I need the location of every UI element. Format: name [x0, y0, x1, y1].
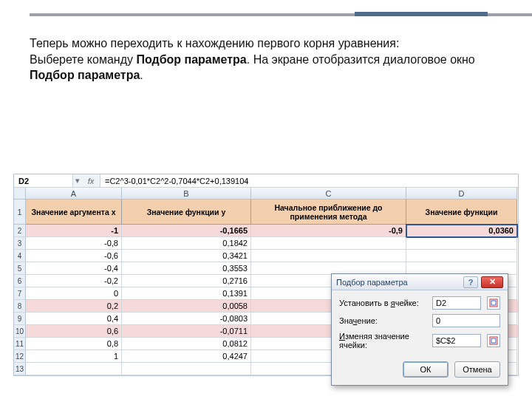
svg-rect-1	[491, 301, 496, 305]
cell-A[interactable]: 0,8	[26, 338, 122, 350]
set-cell-picker[interactable]	[487, 296, 500, 310]
cell-B[interactable]	[122, 363, 251, 375]
row-num[interactable]: 6	[14, 275, 26, 287]
cell-B[interactable]: 0,1842	[122, 237, 251, 250]
slide-rule	[30, 13, 532, 22]
table-row: 3-0,80,1842	[14, 237, 518, 250]
text-bold-1: Подбор параметра	[136, 53, 246, 66]
range-picker-icon	[489, 336, 498, 345]
fx-label[interactable]: fx	[82, 177, 100, 185]
row-num[interactable]: 9	[14, 313, 26, 325]
cell-D[interactable]: 0,0360	[406, 225, 517, 237]
formula-bar: D2 ▾ fx =C2^3-0,01*C2^2-0,7044*C2+0,1391…	[14, 174, 518, 188]
header-B[interactable]: Значение функции y	[122, 200, 251, 225]
cell-D[interactable]	[406, 250, 517, 262]
row-num[interactable]: 2	[14, 225, 26, 237]
row-num[interactable]: 12	[14, 350, 26, 363]
set-cell-input[interactable]: D2	[432, 296, 481, 310]
cell-A[interactable]: -0,4	[26, 262, 122, 275]
cell-B[interactable]: 0,3421	[122, 250, 251, 262]
svg-rect-3	[491, 338, 496, 343]
table-row: 2-1-0,1665-0,90,0360	[14, 225, 518, 237]
cell-A[interactable]: 0,6	[26, 325, 122, 338]
cell-B[interactable]: 0,2716	[122, 275, 251, 287]
dialog-title: Подбор параметра	[336, 278, 463, 287]
namebox-dropdown-icon[interactable]: ▾	[73, 176, 82, 185]
header-row: 1 Значение аргумента x Значение функции …	[14, 200, 518, 225]
col-D[interactable]: D	[406, 188, 517, 200]
row-num[interactable]: 11	[14, 338, 26, 350]
cell-B[interactable]: 0,0812	[122, 338, 251, 350]
ok-button[interactable]: ОК	[403, 361, 449, 378]
row-1-num[interactable]: 1	[14, 200, 26, 225]
help-button[interactable]: ?	[463, 276, 478, 288]
select-all-corner[interactable]	[14, 188, 26, 200]
set-cell-label: Установить в ячейке:	[339, 299, 428, 307]
cell-A[interactable]: -0,6	[26, 250, 122, 262]
row-num[interactable]: 3	[14, 237, 26, 250]
cell-C[interactable]	[251, 250, 406, 262]
close-button[interactable]: ✕	[481, 276, 503, 288]
cell-A[interactable]: 0,2	[26, 300, 122, 313]
table-row: 4-0,60,3421	[14, 250, 518, 262]
cell-C[interactable]	[251, 237, 406, 250]
col-A[interactable]: A	[26, 188, 122, 200]
text-line2c: . На экране отобразится диалоговое окно	[247, 53, 475, 66]
to-value-input[interactable]: 0	[432, 314, 500, 327]
row-num[interactable]: 10	[14, 325, 26, 338]
dialog-titlebar[interactable]: Подбор параметра ? ✕	[332, 274, 508, 290]
changing-cell-input[interactable]: $C$2	[432, 334, 481, 347]
header-A[interactable]: Значение аргумента x	[26, 200, 122, 225]
header-D[interactable]: Значение функции	[406, 200, 517, 225]
cell-D[interactable]	[406, 237, 517, 250]
range-picker-icon	[489, 299, 498, 307]
cell-B[interactable]: 0,1391	[122, 287, 251, 300]
column-headers: A B C D	[14, 188, 518, 200]
cell-B[interactable]: -0,0803	[122, 313, 251, 325]
header-C[interactable]: Начальное приближение до применения мето…	[251, 200, 406, 225]
row-num[interactable]: 4	[14, 250, 26, 262]
text-bold-2: Подбор параметра	[30, 69, 140, 81]
cancel-button[interactable]: Отмена	[454, 361, 500, 378]
row-num[interactable]: 7	[14, 287, 26, 300]
changing-cell-picker[interactable]	[487, 334, 500, 347]
cell-B[interactable]: 0,4247	[122, 350, 251, 363]
cell-B[interactable]: 0,3553	[122, 262, 251, 275]
cell-B[interactable]: 0,0058	[122, 300, 251, 313]
row-num[interactable]: 8	[14, 300, 26, 313]
formula-input[interactable]: =C2^3-0,01*C2^2-0,7044*C2+0,139104	[100, 174, 518, 187]
row-num[interactable]: 5	[14, 262, 26, 275]
cell-A[interactable]: 0,4	[26, 313, 122, 325]
cell-B[interactable]: -0,1665	[122, 225, 251, 237]
changing-cell-label: Изменяя значение ячейки:	[339, 332, 428, 349]
cell-A[interactable]: 0	[26, 287, 122, 300]
text-line2e: .	[140, 69, 143, 81]
col-B[interactable]: B	[122, 188, 251, 200]
cell-B[interactable]: -0,0711	[122, 325, 251, 338]
text-line1: Теперь можно переходить к нахождению пер…	[30, 37, 399, 50]
cell-A[interactable]: -0,2	[26, 275, 122, 287]
row-num[interactable]: 13	[14, 363, 26, 375]
cell-C[interactable]: -0,9	[251, 225, 406, 237]
slide-body: Теперь можно переходить к нахождению пер…	[30, 35, 488, 83]
text-line2a: Выберете команду	[30, 53, 136, 66]
cell-A[interactable]: 1	[26, 350, 122, 363]
to-value-label: Значение:	[339, 316, 428, 325]
cell-A[interactable]	[26, 363, 122, 375]
cell-A[interactable]: -1	[26, 225, 122, 237]
close-icon: ✕	[489, 277, 496, 287]
name-box[interactable]: D2	[14, 174, 73, 187]
col-C[interactable]: C	[251, 188, 406, 200]
cell-A[interactable]: -0,8	[26, 237, 122, 250]
goal-seek-dialog: Подбор параметра ? ✕ Установить в ячейке…	[331, 273, 508, 386]
